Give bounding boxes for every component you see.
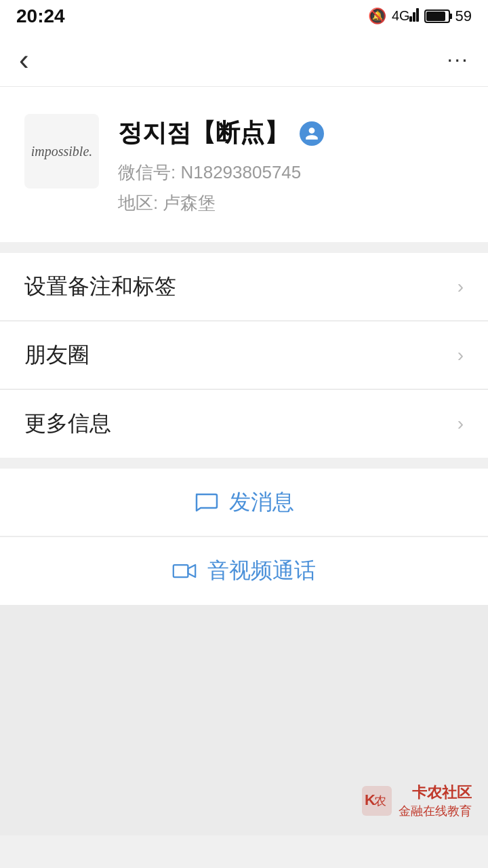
video-call-label: 音视频通话 xyxy=(207,556,316,586)
menu-section: 设置备注和标签 › 朋友圈 › 更多信息 › xyxy=(0,253,488,458)
profile-info: 정지점【断点】 微信号: N18293805745 地区: 卢森堡 xyxy=(118,114,464,215)
profile-section: impossible. 정지점【断点】 微信号: N18293805745 地区… xyxy=(0,87,488,242)
action-section: 发消息 音视频通话 xyxy=(0,469,488,605)
svg-text:4G: 4G xyxy=(392,8,410,23)
friend-icon xyxy=(300,121,324,146)
menu-item-moments[interactable]: 朋友圈 › xyxy=(0,321,488,389)
watermark: K 农 卡农社区 金融在线教育 xyxy=(362,783,472,819)
menu-item-more-info-label: 更多信息 xyxy=(24,409,111,439)
status-time: 20:24 xyxy=(16,5,65,27)
avatar: impossible. xyxy=(24,114,99,189)
svg-text:农: 农 xyxy=(374,794,386,808)
profile-name: 정지점【断点】 xyxy=(118,117,289,150)
signal-icon: 4G xyxy=(392,5,419,28)
svg-rect-6 xyxy=(426,12,445,21)
chat-icon xyxy=(194,490,218,515)
video-icon xyxy=(172,559,197,583)
send-message-button[interactable]: 发消息 xyxy=(0,469,488,536)
status-icons: 🔕 4G 59 xyxy=(368,5,472,28)
chevron-right-icon-3: › xyxy=(458,413,464,435)
watermark-title: 卡农社区 xyxy=(399,783,472,803)
svg-rect-2 xyxy=(413,12,415,22)
status-bar: 20:24 🔕 4G 59 xyxy=(0,0,488,33)
svg-rect-5 xyxy=(449,14,452,19)
watermark-subtitle: 金融在线教育 xyxy=(399,803,472,819)
person-icon xyxy=(304,126,319,141)
wechat-id: 微信号: N18293805745 xyxy=(118,161,464,184)
watermark-text: 卡农社区 金融在线教育 xyxy=(399,783,472,819)
svg-rect-3 xyxy=(416,8,419,22)
main-content: impossible. 정지점【断点】 微信号: N18293805745 地区… xyxy=(0,87,488,835)
svg-rect-7 xyxy=(174,565,188,577)
chevron-right-icon: › xyxy=(458,276,464,298)
more-button[interactable]: ··· xyxy=(447,47,469,72)
bottom-area: K 农 卡农社区 金融在线教育 xyxy=(0,605,488,835)
video-call-button[interactable]: 音视频通话 xyxy=(0,537,488,605)
battery-level: 59 xyxy=(455,7,472,25)
watermark-logo: K 农 xyxy=(362,786,392,816)
avatar-image: impossible. xyxy=(26,137,98,165)
profile-region: 地区: 卢森堡 xyxy=(118,191,464,215)
menu-item-remark-label: 设置备注和标签 xyxy=(24,272,176,302)
battery-icon: 59 xyxy=(424,7,472,25)
chevron-right-icon-2: › xyxy=(458,344,464,366)
svg-rect-1 xyxy=(409,16,412,22)
menu-item-remark[interactable]: 设置备注和标签 › xyxy=(0,253,488,321)
mute-icon: 🔕 xyxy=(368,7,386,25)
top-nav: ‹ ··· xyxy=(0,33,488,87)
send-message-label: 发消息 xyxy=(229,488,294,517)
menu-item-more-info[interactable]: 更多信息 › xyxy=(0,390,488,458)
back-button[interactable]: ‹ xyxy=(19,43,29,77)
profile-name-row: 정지점【断点】 xyxy=(118,117,464,150)
menu-item-moments-label: 朋友圈 xyxy=(24,340,89,370)
